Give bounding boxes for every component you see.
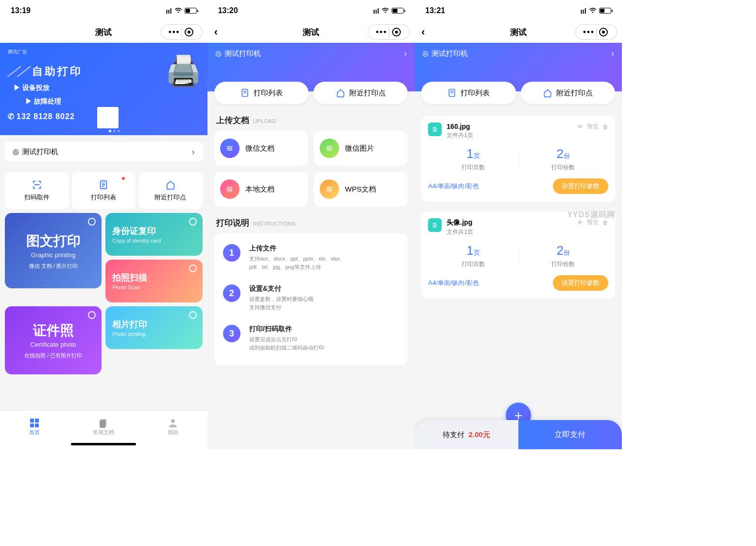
svg-rect-3 xyxy=(30,423,34,427)
file-pages-text: 文件共1页 xyxy=(447,228,473,236)
chevron-right-icon: › xyxy=(404,49,407,59)
svg-rect-2 xyxy=(35,419,39,423)
tab-mine[interactable]: 我的 xyxy=(138,411,207,449)
step-number-icon: 1 xyxy=(223,244,241,262)
instructions-card: 1 上传文件 支持doc、docx、ppt、pptx、xls、xlsx、pdf、… xyxy=(214,233,408,365)
battery-icon xyxy=(392,8,404,14)
layers-icon: ≋ xyxy=(220,139,240,158)
set-params-button[interactable]: 设置打印参数 xyxy=(553,178,608,194)
step-1: 1 上传文件 支持doc、docx、ppt、pptx、xls、xlsx、pdf、… xyxy=(221,237,401,278)
feature-photo-scan[interactable]: 拍照扫描 Photo Scan xyxy=(105,260,202,302)
capsule[interactable]: ••• xyxy=(161,24,203,40)
nav-bar: ‹ 测试 ••• xyxy=(207,21,415,43)
step-3: 3 打印/扫码取件 设置完成后点击打印 或到自助机扫描二维码自动打印 xyxy=(221,318,401,358)
qr-code-icon xyxy=(97,107,119,128)
more-icon[interactable]: ••• xyxy=(371,27,392,37)
chevron-right-icon: › xyxy=(611,49,614,59)
pill-nearby[interactable]: 附近打印点 xyxy=(521,82,615,104)
pill-nav: 打印列表 附近打印点 xyxy=(207,82,415,104)
more-icon[interactable]: ••• xyxy=(578,27,599,37)
action-nearby[interactable]: 附近打印点 xyxy=(138,172,203,209)
file-icon: 🗎 xyxy=(428,218,442,232)
close-target-icon[interactable] xyxy=(599,28,608,36)
layers-icon: ≋ xyxy=(320,179,339,199)
battery-icon xyxy=(599,8,611,14)
action-scan-label: 扫码取件 xyxy=(24,193,50,202)
action-row: 扫码取件 打印列表 附近打印点 xyxy=(0,168,207,213)
signal-icon: ııl xyxy=(373,7,379,15)
file-spec[interactable]: A4/单面/纵向/彩色 xyxy=(428,279,479,287)
feature-photo-print[interactable]: 相片打印 Photo printing xyxy=(105,306,202,349)
location-icon: ◎ xyxy=(422,49,429,58)
capsule[interactable]: ••• xyxy=(368,24,410,40)
banner-bullet-2: ▶ 故障处理 xyxy=(25,97,200,106)
eye-icon[interactable]: 👁 xyxy=(577,123,583,130)
feature-graphic-print[interactable]: 图文打印 Graphic printing 微信 文档 / 图片打印 xyxy=(5,213,102,288)
action-list-label: 打印列表 xyxy=(91,193,116,202)
back-button[interactable]: ‹ xyxy=(214,26,218,38)
file-spec[interactable]: A4/单面/纵向/彩色 xyxy=(428,182,479,191)
grid-icon xyxy=(29,418,40,428)
layers-icon: ≋ xyxy=(320,139,339,158)
capsule[interactable]: ••• xyxy=(575,24,617,40)
list-icon xyxy=(447,88,457,98)
close-target-icon[interactable] xyxy=(392,28,401,36)
wifi-icon xyxy=(589,7,597,15)
upload-wps-doc[interactable]: ≋ WPS文档 xyxy=(314,172,408,207)
list-icon xyxy=(240,88,250,98)
file-pages-text: 文件共1页 xyxy=(447,131,473,140)
set-params-button[interactable]: 设置打印参数 xyxy=(553,275,608,291)
close-target-icon[interactable] xyxy=(185,28,193,36)
step-number-icon: 3 xyxy=(223,325,241,342)
home-indicator xyxy=(71,443,136,445)
status-time: 13:20 xyxy=(218,6,238,15)
feature-cert-photo[interactable]: 证件照 Certificate photo 在线拍照 / 已有照片打印 xyxy=(5,306,102,374)
action-print-list[interactable]: 打印列表 xyxy=(72,172,136,209)
circle-deco-icon xyxy=(88,311,96,319)
printer-selector[interactable]: ◎测试打印机 › xyxy=(5,141,203,162)
file-name: 160.jpg xyxy=(447,123,473,130)
printer-selector[interactable]: ◎测试打印机 › xyxy=(207,43,415,64)
svg-rect-1 xyxy=(30,419,34,423)
nav-title: 测试 xyxy=(95,27,112,38)
upload-wechat-doc[interactable]: ≋ 微信文档 xyxy=(214,131,308,166)
home-icon xyxy=(165,179,176,190)
ad-banner[interactable]: 腾讯广告 ／／ 自助打印 ▶ 设备投放 ▶ 故障处理 ✆132 8128 802… xyxy=(0,43,207,135)
step-2: 2 设置&支付 设置参数，设置时要细心哦 支持微信支付 xyxy=(221,278,401,318)
printer-selector[interactable]: ◎测试打印机 › xyxy=(414,43,622,64)
circle-deco-icon xyxy=(189,264,197,272)
signal-icon: ııl xyxy=(166,7,172,15)
more-icon[interactable]: ••• xyxy=(164,27,185,37)
upload-wechat-img[interactable]: ≋ 微信图片 xyxy=(314,131,408,166)
screen-home: 13:19 ııl 测试 ••• 腾讯广告 ／／ 自助打印 ▶ 设备投放 ▶ 故… xyxy=(0,0,207,449)
file-name: 头像.jpg xyxy=(447,218,473,227)
upload-section-title: 上传文档 UPLOAD xyxy=(207,104,415,131)
upload-grid: ≋ 微信文档 ≋ 微信图片 ≋ 本地文档 ≋ WPS文档 xyxy=(207,131,415,207)
instructions-section-title: 打印说明 INSTRUCTIONS xyxy=(207,207,415,233)
pill-print-list[interactable]: 打印列表 xyxy=(421,82,515,104)
circle-deco-icon xyxy=(189,311,197,319)
status-bar: 13:19 ııl xyxy=(0,0,207,21)
tab-home[interactable]: 首页 xyxy=(0,411,69,449)
delete-icon[interactable]: 🗑 xyxy=(602,123,608,130)
pay-now-button[interactable]: 立即支付 xyxy=(518,420,622,449)
preview-link[interactable]: 预览 xyxy=(587,123,599,131)
pill-nav: 打印列表 附近打印点 xyxy=(414,82,622,104)
wifi-icon xyxy=(174,7,182,15)
status-bar: 13:20 ııl xyxy=(207,0,415,21)
pay-summary: 待支付 2.00元 xyxy=(414,420,518,449)
carousel-dots xyxy=(109,130,120,132)
feature-id-copy[interactable]: 身份证复印 Copy of identity card xyxy=(105,213,202,256)
pill-print-list[interactable]: 打印列表 xyxy=(214,82,309,104)
back-button[interactable]: ‹ xyxy=(421,26,425,38)
nav-title: 测试 xyxy=(303,27,319,38)
scan-icon xyxy=(32,179,42,190)
layers-icon: ≋ xyxy=(220,179,240,199)
action-scan-pickup[interactable]: 扫码取件 xyxy=(5,172,69,209)
upload-local-doc[interactable]: ≋ 本地文档 xyxy=(214,172,308,207)
phone-icon: ✆ xyxy=(8,112,15,121)
pill-nearby[interactable]: 附近打印点 xyxy=(313,82,408,104)
location-icon: ◎ xyxy=(215,49,222,58)
circle-deco-icon xyxy=(189,218,197,226)
step-number-icon: 2 xyxy=(223,284,241,302)
